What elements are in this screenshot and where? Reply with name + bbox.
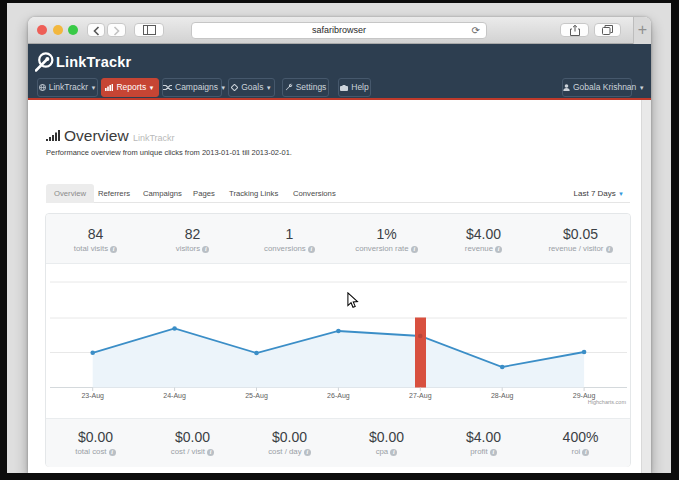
svg-text:Highcharts.com: Highcharts.com — [588, 399, 627, 405]
svg-text:26-Aug: 26-Aug — [327, 392, 350, 400]
svg-text:23-Aug: 23-Aug — [81, 392, 104, 400]
svg-text:28-Aug: 28-Aug — [491, 392, 514, 400]
svg-text:24-Aug: 24-Aug — [163, 392, 186, 400]
svg-text:27-Aug: 27-Aug — [409, 392, 432, 400]
svg-text:25-Aug: 25-Aug — [245, 392, 268, 400]
